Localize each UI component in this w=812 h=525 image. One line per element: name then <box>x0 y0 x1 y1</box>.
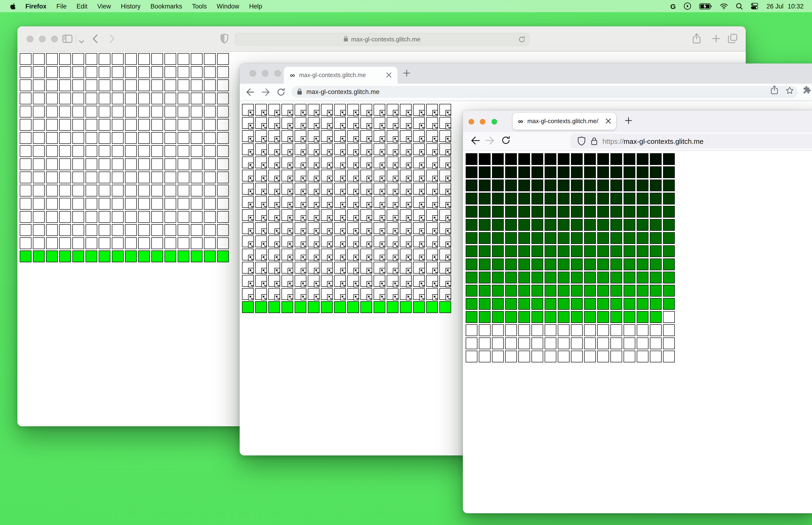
canvas-cell <box>347 275 359 287</box>
canvas-cell <box>112 106 124 118</box>
canvas-cell <box>518 350 530 362</box>
canvas-cell <box>255 301 267 313</box>
canvas-cell <box>308 144 319 155</box>
close-button[interactable] <box>469 119 474 124</box>
tab-overview-icon[interactable] <box>727 34 737 45</box>
canvas-cell <box>255 236 267 247</box>
menu-item-bookmarks[interactable]: Bookmarks <box>150 3 182 10</box>
canvas-cell <box>623 271 635 283</box>
chevron-down-icon[interactable] <box>79 37 84 45</box>
canvas-cell <box>597 193 609 204</box>
canvas-cell <box>413 170 425 181</box>
bookmark-star-icon[interactable] <box>786 86 794 94</box>
minimize-button[interactable] <box>262 70 269 77</box>
canvas-cell <box>400 301 411 313</box>
menu-item-view[interactable]: View <box>97 3 111 10</box>
context-lost-face-icon <box>432 110 438 116</box>
firefox-address-bar[interactable]: https:// max-gl-contexts.glitch.me <box>570 134 812 149</box>
canvas-cell <box>623 285 635 296</box>
search-icon[interactable] <box>736 3 743 10</box>
canvas-cell <box>204 198 216 210</box>
reload-icon[interactable] <box>501 136 510 145</box>
zoom-button[interactable] <box>491 119 497 124</box>
canvas-cell <box>112 79 124 91</box>
canvas-cell <box>650 337 661 349</box>
canvas-cell <box>255 117 267 129</box>
canvas-cell <box>33 198 45 210</box>
privacy-shield-icon[interactable] <box>220 33 228 46</box>
reload-icon[interactable] <box>518 35 525 44</box>
sidebar-icon[interactable] <box>62 34 72 44</box>
canvas-cell <box>112 171 124 183</box>
back-icon[interactable] <box>470 136 480 145</box>
canvas-cell <box>347 117 359 129</box>
menu-clock[interactable]: 26 Jul10:32 <box>766 3 803 10</box>
tab-close-icon[interactable] <box>605 118 611 124</box>
canvas-cell <box>505 350 517 362</box>
forward-icon[interactable] <box>109 34 114 45</box>
forward-icon[interactable] <box>261 88 270 96</box>
canvas-cell <box>178 224 189 236</box>
firefox-tab[interactable]: ∞ max-gl-contexts.glitch.me/ <box>512 112 616 130</box>
context-lost-face-icon <box>287 228 293 234</box>
menu-item-file[interactable]: File <box>56 3 67 10</box>
canvas-cell <box>557 350 569 362</box>
canvas-cell <box>610 350 622 362</box>
canvas-cell <box>33 224 45 236</box>
play-circle-icon[interactable] <box>684 2 691 10</box>
zoom-button[interactable] <box>274 70 281 77</box>
canvas-cell <box>268 275 280 287</box>
tab-title: max-gl-contexts.glitch.me <box>299 72 366 78</box>
canvas-cell <box>33 171 45 183</box>
new-tab-icon[interactable] <box>712 34 720 44</box>
back-icon[interactable] <box>92 34 97 45</box>
canvas-cell <box>255 170 267 181</box>
menu-app-name[interactable]: Firefox <box>25 3 47 10</box>
close-button[interactable] <box>27 36 33 42</box>
new-tab-icon[interactable] <box>625 117 632 124</box>
reload-icon[interactable] <box>277 88 285 96</box>
canvas-cell <box>479 245 490 257</box>
close-button[interactable] <box>249 70 256 77</box>
canvas-cell <box>125 251 137 262</box>
canvas-cell <box>46 224 58 236</box>
context-lost-face-icon <box>432 189 438 195</box>
minimize-button[interactable] <box>480 119 486 124</box>
chrome-address-bar[interactable]: max-gl-contexts.glitch.me <box>291 86 798 98</box>
safari-address-bar[interactable]: max-gl-contexts.glitch.me <box>235 33 530 46</box>
context-lost-face-icon <box>340 163 346 168</box>
chrome-tab[interactable]: ∞ max-gl-contexts.glitch.me <box>284 67 398 84</box>
battery-charging-icon[interactable] <box>699 3 712 9</box>
extensions-puzzle-icon[interactable] <box>803 86 811 94</box>
back-icon[interactable] <box>246 88 255 96</box>
new-tab-icon[interactable] <box>403 70 410 77</box>
canvas-cell <box>610 324 622 336</box>
canvas-cell <box>151 93 163 104</box>
tracking-shield-icon[interactable] <box>578 137 585 146</box>
canvas-cell <box>204 224 216 236</box>
menu-item-help[interactable]: Help <box>249 3 262 10</box>
canvas-cell <box>531 219 543 230</box>
canvas-cell <box>492 298 504 310</box>
context-lost-face-icon <box>406 281 412 287</box>
traffic-lights <box>27 36 58 44</box>
control-center-icon[interactable] <box>751 3 759 10</box>
canvas-cell <box>191 211 202 223</box>
context-lost-face-icon <box>432 176 438 182</box>
apple-menu-icon[interactable] <box>10 3 16 10</box>
menu-item-window[interactable]: Window <box>217 3 239 10</box>
wifi-icon[interactable] <box>720 3 728 9</box>
forward-icon[interactable] <box>485 136 495 145</box>
zoom-button[interactable] <box>51 36 58 42</box>
context-lost-face-icon <box>301 215 306 221</box>
menu-item-tools[interactable]: Tools <box>192 3 207 10</box>
canvas-cell <box>72 93 84 104</box>
minimize-button[interactable] <box>39 36 46 42</box>
menu-item-history[interactable]: History <box>121 3 140 10</box>
tab-close-icon[interactable] <box>386 72 392 78</box>
canvas-cell <box>151 79 163 91</box>
menu-item-edit[interactable]: Edit <box>77 3 88 10</box>
google-g-icon[interactable]: G <box>670 2 676 10</box>
share-icon[interactable] <box>771 86 778 94</box>
share-icon[interactable] <box>692 33 700 45</box>
